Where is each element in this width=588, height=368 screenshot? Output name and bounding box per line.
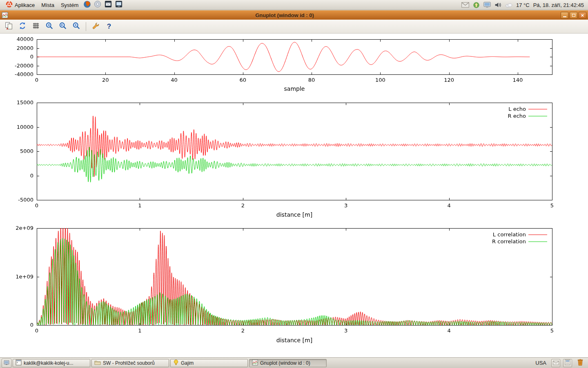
grid-icon (32, 22, 40, 31)
screenshot-icon (115, 0, 122, 9)
titlebar[interactable]: Gnuplot (window id : 0) × (0, 10, 588, 20)
mail-tray-icon (553, 359, 559, 367)
window-icon (2, 12, 9, 19)
close-icon: × (581, 13, 584, 18)
places-menu-label: Místa (41, 2, 54, 8)
toggle-grid-button[interactable] (31, 21, 41, 32)
task-label: kaklik@kaklik-kolej-u... (24, 360, 74, 366)
temperature-readout[interactable]: 17 °C (516, 2, 530, 8)
taskbar: kaklik@kaklik-kolej-u... SW - Prohlížeč … (0, 357, 588, 368)
task-button-terminal[interactable]: kaklik@kaklik-kolej-u... (13, 359, 90, 367)
clock-applet[interactable]: Pá, 18. září, 21:42:45 (533, 2, 584, 8)
keyboard-layout-indicator[interactable]: USA (533, 359, 548, 366)
applet-button[interactable] (563, 359, 572, 367)
toolbar-separator (86, 22, 86, 31)
minimize-button[interactable] (561, 12, 568, 19)
task-button-gnuplot[interactable]: Gnuplot (window id : 0) (249, 359, 327, 367)
panel-menus: Aplikace Místa Systém (2, 0, 124, 10)
maximize-button[interactable] (570, 12, 577, 19)
gnuplot-icon (252, 359, 258, 367)
panel-status-area: 17 °C Pá, 18. září, 21:42:45 (461, 2, 586, 9)
close-button[interactable]: × (579, 12, 586, 19)
firefox-launcher[interactable] (82, 0, 92, 9)
screenshot-launcher[interactable] (114, 0, 124, 9)
autoscale-icon (72, 22, 80, 31)
configure-button[interactable] (90, 21, 101, 32)
help-browser-icon (94, 0, 101, 9)
autoscale-button[interactable] (71, 21, 82, 32)
plot-area (0, 34, 588, 357)
applet-icon (565, 359, 570, 367)
task-button-gajim[interactable]: Gajim (170, 359, 248, 367)
window-title: Gnuplot (window id : 0) (9, 12, 561, 18)
help-button[interactable]: ? (104, 21, 114, 32)
refresh-icon (18, 22, 27, 31)
gajim-icon (173, 359, 179, 367)
applications-menu[interactable]: Aplikace (2, 0, 38, 10)
copy-to-clipboard-button[interactable] (4, 21, 14, 32)
task-label: Gajim (181, 360, 194, 366)
terminal-icon (16, 359, 22, 367)
system-menu-label: Systém (61, 2, 78, 8)
plot-canvas-correlation[interactable] (0, 224, 588, 347)
mail-launcher[interactable] (103, 0, 114, 9)
show-desktop-button[interactable] (2, 359, 11, 368)
system-menu[interactable]: Systém (58, 1, 82, 9)
mail-tray-button[interactable] (551, 359, 560, 367)
zoom-previous-button[interactable] (44, 21, 55, 32)
weather-icon[interactable] (505, 2, 512, 8)
mail-notify-icon[interactable] (461, 2, 469, 8)
display-icon[interactable] (483, 2, 491, 8)
places-menu[interactable]: Místa (38, 1, 58, 9)
wrench-icon (91, 22, 100, 31)
task-label: SW - Prohlížeč souborů (103, 360, 155, 366)
maximize-icon (572, 14, 575, 17)
ubuntu-logo-icon (6, 1, 13, 9)
minimize-icon (563, 16, 566, 17)
zoom-previous-icon (45, 22, 53, 31)
show-desktop-icon (4, 359, 9, 367)
toolbar: ? (0, 20, 588, 34)
task-label: Gnuplot (window id : 0) (260, 360, 310, 366)
trash-icon (577, 358, 584, 368)
applications-menu-label: Aplikace (15, 2, 35, 8)
plot-canvas-sample-signal[interactable] (0, 35, 588, 96)
top-panel: Aplikace Místa Systém (0, 0, 588, 10)
zoom-next-icon (59, 22, 67, 31)
volume-icon[interactable] (494, 2, 501, 8)
zoom-next-button[interactable] (58, 21, 68, 32)
taskbar-tray: USA (533, 359, 586, 368)
replot-button[interactable] (17, 21, 28, 32)
mail-client-icon (105, 0, 112, 9)
plot-canvas-echo[interactable] (0, 98, 588, 223)
firefox-icon (83, 0, 91, 10)
updates-icon[interactable] (473, 2, 480, 9)
task-button-file-browser[interactable]: SW - Prohlížeč souborů (91, 359, 169, 367)
copy-icon (5, 22, 13, 31)
help-launcher[interactable] (92, 0, 103, 9)
trash-button[interactable] (575, 359, 586, 368)
folder-icon (94, 360, 101, 366)
help-icon: ? (107, 22, 111, 31)
gnuplot-window: Gnuplot (window id : 0) × (0, 10, 588, 357)
